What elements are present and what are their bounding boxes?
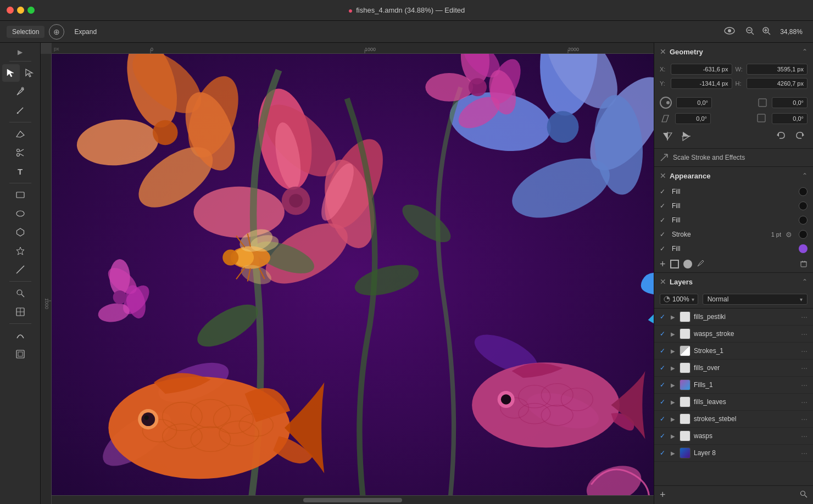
scroll-thumb[interactable] [303, 498, 402, 502]
layer-arrow[interactable]: ▶ [671, 416, 676, 422]
layers-search-button[interactable] [800, 490, 808, 500]
layer-item-fills-over[interactable]: ✓ ▶ fills_over ··· [654, 360, 813, 377]
layer-item-fills-1[interactable]: ✓ ▶ Fills_1 ··· [654, 377, 813, 394]
appearance-header[interactable]: ✕ Appearance ⌃ [654, 167, 813, 184]
pencil-tool[interactable] [12, 102, 29, 119]
layer-options[interactable]: ··· [801, 312, 808, 321]
layer-check[interactable]: ✓ [660, 364, 667, 372]
layer-arrow[interactable]: ▶ [671, 365, 676, 371]
layer-options[interactable]: ··· [801, 363, 808, 372]
hexagon-tool[interactable] [12, 223, 29, 241]
zoom-out-button[interactable] [743, 25, 756, 38]
y-input[interactable] [671, 78, 732, 89]
cut-tool[interactable] [12, 144, 29, 161]
type-tool[interactable]: T [12, 163, 29, 180]
layer-arrow[interactable]: ▶ [671, 450, 676, 456]
layer-item-layer-8[interactable]: ✓ ▶ Layer 8 ··· [654, 445, 813, 462]
canvas-area[interactable]: px 0 1000 2000 1000 [41, 43, 654, 504]
fill2-color[interactable] [799, 201, 808, 210]
appearance-pen-button[interactable] [697, 260, 704, 269]
stroke-color[interactable] [799, 230, 808, 239]
layer-check[interactable]: ✓ [660, 432, 667, 440]
fill1-color[interactable] [799, 187, 808, 196]
fill4-color[interactable] [799, 244, 808, 253]
artwork-canvas[interactable] [52, 54, 654, 495]
layers-close-button[interactable]: ✕ [660, 277, 666, 286]
layer-item-strokes-1[interactable]: ✓ ▶ Strokes_1 ··· [654, 343, 813, 360]
layer-check[interactable]: ✓ [660, 449, 667, 457]
line-tool[interactable] [12, 261, 29, 278]
direct-select-tool[interactable] [21, 64, 38, 82]
skew-input[interactable] [772, 97, 808, 108]
angle-input[interactable] [676, 97, 712, 108]
layer-options[interactable]: ··· [801, 449, 808, 457]
layer-item-wasps[interactable]: ✓ ▶ wasps ··· [654, 428, 813, 445]
layer-item-fills-leaves[interactable]: ✓ ▶ fills_leaves ··· [654, 394, 813, 411]
panel-collapse-arrow[interactable]: ▶ [18, 46, 23, 58]
zoom-tool[interactable] [12, 284, 29, 302]
layer-options[interactable]: ··· [801, 432, 808, 440]
layers-header[interactable]: ✕ Layers ⌃ [654, 273, 813, 290]
appearance-close-button[interactable]: ✕ [660, 171, 666, 180]
stroke-gear-button[interactable]: ⚙ [786, 231, 792, 239]
opacity-control[interactable]: 100% ▾ [660, 294, 698, 305]
layers-list[interactable]: ✓ ▶ fills_pestiki ··· ✓ ▶ wasps_stroke ·… [654, 309, 813, 485]
star-tool[interactable] [12, 242, 29, 260]
geometry-expand-button[interactable]: ⌃ [802, 48, 808, 55]
layer-check[interactable]: ✓ [660, 330, 667, 338]
layer-check[interactable]: ✓ [660, 415, 667, 423]
layer-arrow[interactable]: ▶ [671, 331, 676, 337]
layer-arrow[interactable]: ▶ [671, 433, 676, 439]
appearance-add-button[interactable]: + [660, 259, 666, 269]
layer-options[interactable]: ··· [801, 397, 808, 406]
undo-button[interactable] [773, 130, 789, 145]
expand-button[interactable]: Expand [69, 26, 102, 38]
zoom-in-button[interactable] [760, 25, 773, 38]
layers-add-button[interactable]: + [660, 489, 666, 501]
frame-tool[interactable] [12, 345, 29, 363]
flip-h-button[interactable] [660, 130, 675, 145]
appearance-trash-button[interactable] [800, 260, 808, 269]
w-input[interactable] [747, 64, 808, 75]
skew-h-input[interactable] [675, 113, 711, 124]
layer-options[interactable]: ··· [801, 380, 808, 389]
fill3-color[interactable] [799, 216, 808, 225]
pen-tool[interactable] [12, 83, 29, 100]
layer-check[interactable]: ✓ [660, 381, 667, 389]
layer-options[interactable]: ··· [801, 346, 808, 355]
rectangle-tool[interactable] [12, 186, 29, 204]
appearance-circle-button[interactable] [670, 260, 679, 268]
layer-options[interactable]: ··· [801, 415, 808, 423]
curve-tool[interactable] [12, 327, 29, 344]
preview-button[interactable] [720, 25, 739, 38]
blend-mode-control[interactable]: Normal ▾ [703, 294, 808, 305]
select-tool[interactable] [2, 64, 20, 82]
layer-arrow[interactable]: ▶ [671, 399, 676, 405]
flip-v-button[interactable] [678, 130, 694, 145]
pan-tool[interactable] [12, 303, 29, 321]
minimize-button[interactable] [17, 7, 24, 14]
layers-expand-button[interactable]: ⌃ [802, 278, 808, 285]
selection-tool-button[interactable]: Selection [7, 26, 44, 38]
layer-check[interactable]: ✓ [660, 398, 667, 406]
horizontal-scrollbar[interactable] [52, 495, 654, 504]
layer-item-fills-pestiki[interactable]: ✓ ▶ fills_pestiki ··· [654, 309, 813, 326]
close-button[interactable] [7, 7, 14, 14]
crosshair-button[interactable]: ⊕ [49, 24, 64, 40]
layer-item-wasps-stroke[interactable]: ✓ ▶ wasps_stroke ··· [654, 326, 813, 343]
layer-arrow[interactable]: ▶ [671, 382, 676, 388]
eraser-tool[interactable] [12, 125, 29, 143]
layer-options[interactable]: ··· [801, 329, 808, 338]
canvas-content[interactable] [52, 54, 654, 495]
maximize-button[interactable] [27, 7, 35, 14]
geometry-close-button[interactable]: ✕ [660, 47, 666, 56]
appearance-fill-button[interactable] [683, 260, 692, 268]
layer-check[interactable]: ✓ [660, 313, 667, 321]
layer-arrow[interactable]: ▶ [671, 348, 676, 354]
geometry-header[interactable]: ✕ Geometry ⌃ [654, 43, 813, 60]
appearance-expand-button[interactable]: ⌃ [802, 172, 808, 180]
h-input[interactable] [747, 78, 808, 89]
skew-v-input[interactable] [772, 113, 808, 124]
ellipse-tool[interactable] [12, 205, 29, 222]
layer-item-strokes-stebel[interactable]: ✓ ▶ strokes_stebel ··· [654, 411, 813, 428]
